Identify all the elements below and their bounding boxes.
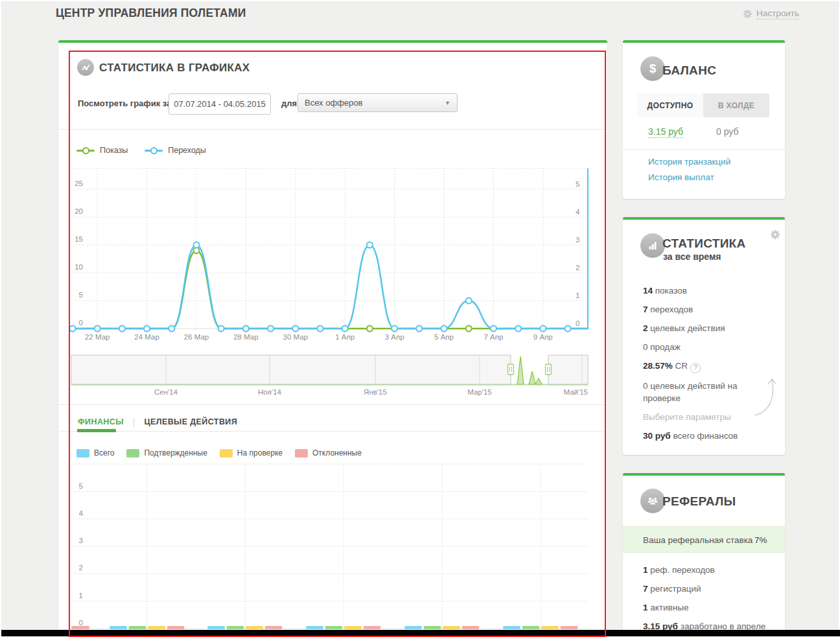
legend-swatch-icon (76, 449, 89, 457)
y-axis-left-tick: 0 (66, 319, 83, 327)
gear-icon (743, 9, 752, 19)
panel-accent-bar (623, 217, 785, 220)
navigator-month-label: Ноя'14 (250, 388, 289, 396)
y-axis-right-tick: 4 (576, 208, 590, 216)
finance-y-tick: 2 (66, 564, 83, 572)
x-axis-tick: 28 Мар (226, 333, 265, 341)
navigator-month-label: Мар'15 (460, 388, 499, 396)
x-axis-tick: 3 Апр (375, 333, 414, 341)
finance-legend-item[interactable]: Отклоненные (295, 448, 362, 457)
tab-goal-actions[interactable]: ЦЕЛЕВЫЕ ДЕЙСТВИЯ (144, 417, 237, 426)
finance-y-tick: 1 (66, 592, 83, 599)
balance-tabs: ДОСТУПНО В ХОЛДЕ (637, 93, 769, 117)
charts-panel-icon (77, 59, 94, 76)
x-axis-tick: 5 Апр (425, 333, 463, 341)
finance-y-tick: 4 (66, 509, 83, 517)
panel-accent-bar (58, 40, 607, 43)
page-title: ЦЕНТР УПРАВЛЕНИЯ ПОЛЕТАМИ (56, 6, 246, 20)
referral-item: 1 реф. переходов (643, 564, 773, 576)
period-input[interactable] (169, 93, 271, 115)
alltime-item[interactable]: Выберите параметры (643, 411, 750, 423)
gear-icon (770, 229, 780, 240)
for-label: для (281, 98, 297, 108)
alltime-item: 0 продаж (643, 341, 750, 353)
tab-separator: | (133, 417, 135, 427)
transactions-history-link[interactable]: История транзакций (648, 157, 730, 167)
legend-label: Отклоненные (312, 448, 362, 457)
offers-select-value: Всех офферов (305, 98, 445, 108)
tab-available[interactable]: ДОСТУПНО (637, 93, 703, 117)
stat-value: 7 (643, 584, 648, 594)
period-label: Посмотреть график за (78, 98, 171, 108)
x-axis-tick: 9 Апр (524, 333, 563, 341)
alltime-list: 14 показов7 переходов2 целевых действия0… (643, 284, 750, 448)
navigator-month-label: Янв'15 (356, 388, 395, 396)
stat-value: 30 руб (643, 431, 671, 441)
panel-accent-bar (623, 473, 785, 476)
referral-item: 1 активные (643, 601, 773, 614)
alltime-item: 28.57% CR? (643, 360, 750, 373)
x-axis-tick: 30 Мар (276, 333, 315, 341)
finance-legend-item[interactable]: На проверке (220, 448, 283, 457)
finance-y-tick: 0 (66, 619, 83, 627)
bar-chart-icon (648, 240, 658, 251)
referral-rate-label: Ваша реферальная ставка (643, 535, 752, 545)
stat-value: 1 (643, 603, 648, 612)
finance-legend: Всего Подтвержденные На проверке Отклоне… (76, 448, 362, 457)
finance-y-tick: 3 (66, 537, 83, 544)
alltime-title: СТАТИСТИКА (662, 237, 746, 251)
balance-title: БАЛАНС (662, 64, 716, 78)
line-marker-icon (145, 148, 163, 154)
stat-value: 0 (643, 342, 648, 352)
finance-legend-item[interactable]: Всего (76, 448, 114, 457)
y-axis-left-tick: 25 (66, 180, 83, 187)
tabs-underline (59, 431, 607, 432)
stat-value: 1 (643, 565, 648, 575)
y-axis-right-tick: 0 (576, 319, 590, 327)
configure-link[interactable]: Настроить (743, 8, 799, 19)
alltime-item: 14 показов (643, 284, 750, 297)
alltime-item: 30 руб всего финансов (643, 430, 750, 442)
x-axis-tick: 7 Апр (474, 333, 513, 341)
payouts-history-link[interactable]: История выплат (648, 172, 730, 182)
offers-select[interactable]: Всех офферов ▼ (298, 93, 458, 112)
x-axis-tick: 24 Мар (128, 333, 167, 341)
tab-finances[interactable]: ФИНАНСЫ (78, 417, 124, 426)
referral-rate-value: 7% (754, 535, 767, 545)
charts-panel-title: СТАТИСТИКА В ГРАФИКАХ (99, 62, 250, 75)
finance-legend-item[interactable]: Подтвержденные (126, 448, 207, 457)
divider (59, 129, 607, 130)
navigator-month-label: Май'15 (548, 388, 588, 396)
legend-swatch-icon (126, 449, 139, 457)
y-axis-left-tick: 5 (66, 291, 83, 299)
hold-amount: 0 руб (716, 126, 738, 137)
legend-item-impressions[interactable]: Показы (76, 146, 128, 155)
referrals-list: 1 реф. переходов7 регистраций1 активные3… (643, 564, 773, 637)
hint-arrow-icon (750, 374, 782, 423)
y-axis-left-tick: 10 (66, 263, 83, 271)
finance-y-tick: 5 (66, 482, 83, 490)
legend-label: Подтвержденные (144, 448, 207, 457)
balance-panel: $ БАЛАНС ДОСТУПНО В ХОЛДЕ 3.15 руб 0 руб… (623, 40, 785, 199)
range-navigator[interactable] (71, 354, 588, 386)
chart-tabs: ФИНАНСЫ | ЦЕЛЕВЫЕ ДЕЙСТВИЯ (78, 417, 237, 427)
x-axis-tick: 26 Мар (177, 333, 216, 341)
help-icon[interactable]: ? (690, 363, 701, 373)
legend-label: На проверке (237, 448, 283, 457)
x-axis-tick: 1 Апр (325, 333, 364, 341)
panel-accent-bar (623, 40, 785, 43)
line-chart-icon (81, 63, 91, 73)
tab-hold[interactable]: В ХОЛДЕ (703, 93, 769, 117)
stat-value: 2 (643, 323, 648, 333)
dashboard-page: ЦЕНТР УПРАВЛЕНИЯ ПОЛЕТАМИ Настроить СТАТ… (0, 0, 840, 637)
y-axis-right-tick: 3 (576, 236, 590, 244)
legend-item-clicks[interactable]: Переходы (145, 146, 206, 155)
legend-label: Показы (100, 146, 128, 155)
stats-settings-button[interactable] (770, 229, 780, 242)
available-amount[interactable]: 3.15 руб (648, 126, 683, 138)
balance-icon: $ (640, 56, 665, 81)
y-axis-left-tick: 20 (66, 207, 83, 215)
y-axis-right-tick: 1 (576, 292, 590, 299)
legend-label: Переходы (168, 146, 206, 155)
bottom-black-strip (1, 630, 840, 636)
